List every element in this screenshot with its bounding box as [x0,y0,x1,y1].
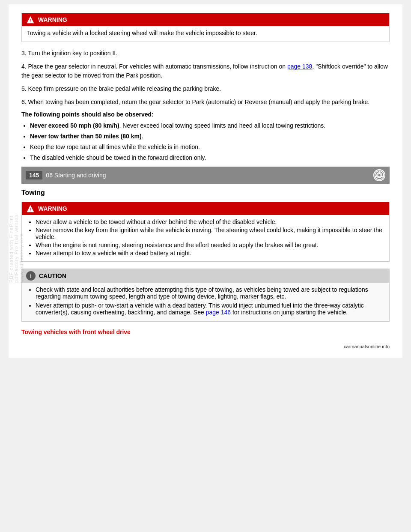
main-warning-header: ! WARNING [22,202,389,215]
top-warning-box: ! WARNING Towing a vehicle with a locked… [21,13,390,42]
list-item: Never attempt to tow a vehicle with a de… [36,250,384,257]
list-item: Never allow a vehicle to be towed withou… [36,218,384,225]
top-warning-text: Towing a vehicle with a locked steering … [27,30,384,36]
page146-link[interactable]: page 146 [206,309,231,316]
footer-text: carmanualsonline.info [344,344,390,349]
footer-logo: carmanualsonline.info [21,344,390,349]
caution-label: CAUTION [39,272,66,279]
top-warning-label: WARNING [38,16,67,23]
list-item: Keep the tow rope taut at all times whil… [30,143,390,152]
caution-icon: i [26,271,36,281]
caution-box: i CAUTION Check with state and local aut… [21,269,390,322]
list-item: Never attempt to push- or tow-start a ve… [36,302,384,316]
list-item-bold: Never tow farther than 50 miles (80 km) [30,133,142,140]
top-warning-body: Towing a vehicle with a locked steering … [22,26,389,42]
list-item: The disabled vehicle should be towed in … [30,153,390,162]
main-warning-triangle-icon: ! [26,204,35,213]
section-heading-towing: Towing [21,189,390,197]
svg-text:!: ! [30,207,31,212]
towing-fwd-link[interactable]: Towing vehicles with front wheel drive [21,329,390,335]
svg-point-2 [375,171,384,179]
para4-text: 4. Place the gear selector in neutral. F… [21,63,287,70]
main-warning-box: ! WARNING Never allow a vehicle to be to… [21,202,390,262]
list-item-bold: Never exceed 50 mph (80 km/h) [30,122,119,129]
main-warning-body: Never allow a vehicle to be towed withou… [22,215,389,261]
paragraph-3: 3. Turn the ignition key to position II. [21,49,390,58]
caution-body: Check with state and local authorities b… [22,283,389,321]
top-warning-header: ! WARNING [22,13,389,26]
list-item: Never exceed 50 mph (80 km/h). Never exc… [30,121,390,130]
svg-point-3 [378,173,381,176]
svg-text:!: ! [30,18,31,23]
paragraph-4: 4. Place the gear selector in neutral. F… [21,62,390,80]
paragraph-6: 6. When towing has been completed, retur… [21,98,390,107]
list-item: Check with state and local authorities b… [36,286,384,300]
chapter-title: 06 Starting and driving [46,172,370,179]
page-number: 145 [26,171,42,179]
page138-link[interactable]: page 138 [287,63,312,70]
paragraph-5: 5. Keep firm pressure on the brake pedal… [21,84,390,93]
following-points-list: Never exceed 50 mph (80 km/h). Never exc… [30,121,390,162]
list-item: Never remove the key from the ignition w… [36,227,384,240]
list-item: When the engine is not running, steering… [36,242,384,248]
warning-triangle-icon: ! [26,15,35,24]
caution-header: i CAUTION [22,269,389,283]
following-points-header: The following points should also be obse… [21,111,390,118]
main-warning-label: WARNING [38,205,67,212]
page-header-bar: 145 06 Starting and driving [21,167,390,184]
steering-wheel-icon [373,169,385,181]
list-item: Never tow farther than 50 miles (80 km). [30,132,390,141]
